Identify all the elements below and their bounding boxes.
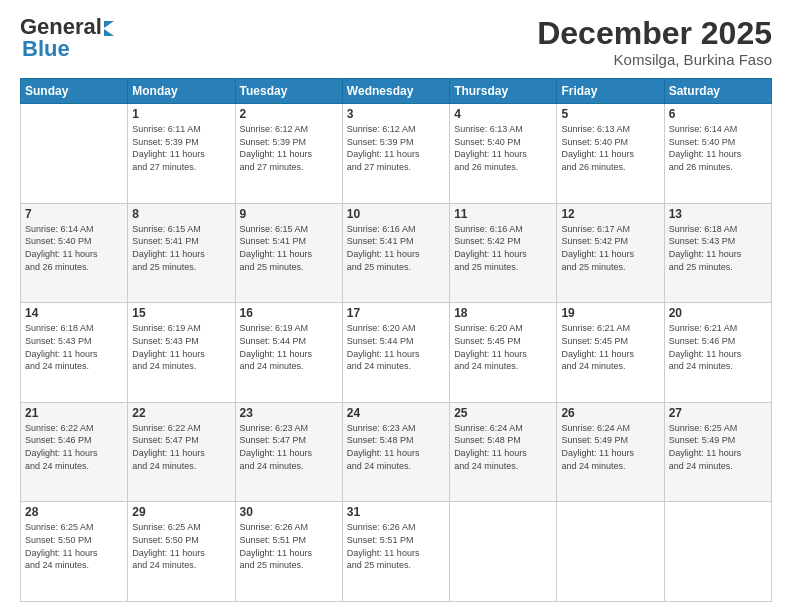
calendar-cell (21, 104, 128, 204)
calendar-week-row: 28Sunrise: 6:25 AMSunset: 5:50 PMDayligh… (21, 502, 772, 602)
logo-blue: Blue (22, 38, 70, 60)
calendar-week-row: 1Sunrise: 6:11 AMSunset: 5:39 PMDaylight… (21, 104, 772, 204)
calendar-cell: 14Sunrise: 6:18 AMSunset: 5:43 PMDayligh… (21, 303, 128, 403)
day-info: Sunrise: 6:14 AMSunset: 5:40 PMDaylight:… (669, 123, 767, 173)
day-number: 5 (561, 107, 659, 121)
page: General Blue December 2025 Komsilga, Bur… (0, 0, 792, 612)
calendar-day-header: Thursday (450, 79, 557, 104)
calendar-week-row: 7Sunrise: 6:14 AMSunset: 5:40 PMDaylight… (21, 203, 772, 303)
day-info: Sunrise: 6:22 AMSunset: 5:46 PMDaylight:… (25, 422, 123, 472)
day-number: 15 (132, 306, 230, 320)
day-number: 2 (240, 107, 338, 121)
day-info: Sunrise: 6:26 AMSunset: 5:51 PMDaylight:… (240, 521, 338, 571)
calendar-header-row: SundayMondayTuesdayWednesdayThursdayFrid… (21, 79, 772, 104)
calendar-cell: 29Sunrise: 6:25 AMSunset: 5:50 PMDayligh… (128, 502, 235, 602)
calendar-week-row: 21Sunrise: 6:22 AMSunset: 5:46 PMDayligh… (21, 402, 772, 502)
day-number: 19 (561, 306, 659, 320)
day-number: 18 (454, 306, 552, 320)
day-number: 29 (132, 505, 230, 519)
day-number: 1 (132, 107, 230, 121)
day-info: Sunrise: 6:15 AMSunset: 5:41 PMDaylight:… (132, 223, 230, 273)
day-info: Sunrise: 6:16 AMSunset: 5:41 PMDaylight:… (347, 223, 445, 273)
calendar-cell: 26Sunrise: 6:24 AMSunset: 5:49 PMDayligh… (557, 402, 664, 502)
day-info: Sunrise: 6:13 AMSunset: 5:40 PMDaylight:… (561, 123, 659, 173)
day-info: Sunrise: 6:20 AMSunset: 5:45 PMDaylight:… (454, 322, 552, 372)
calendar-cell: 13Sunrise: 6:18 AMSunset: 5:43 PMDayligh… (664, 203, 771, 303)
calendar-day-header: Friday (557, 79, 664, 104)
calendar-cell: 23Sunrise: 6:23 AMSunset: 5:47 PMDayligh… (235, 402, 342, 502)
calendar-cell: 24Sunrise: 6:23 AMSunset: 5:48 PMDayligh… (342, 402, 449, 502)
calendar-cell: 8Sunrise: 6:15 AMSunset: 5:41 PMDaylight… (128, 203, 235, 303)
calendar-cell: 3Sunrise: 6:12 AMSunset: 5:39 PMDaylight… (342, 104, 449, 204)
day-info: Sunrise: 6:20 AMSunset: 5:44 PMDaylight:… (347, 322, 445, 372)
day-info: Sunrise: 6:15 AMSunset: 5:41 PMDaylight:… (240, 223, 338, 273)
calendar-cell (450, 502, 557, 602)
day-info: Sunrise: 6:12 AMSunset: 5:39 PMDaylight:… (240, 123, 338, 173)
calendar-day-header: Sunday (21, 79, 128, 104)
calendar-cell: 22Sunrise: 6:22 AMSunset: 5:47 PMDayligh… (128, 402, 235, 502)
calendar-day-header: Monday (128, 79, 235, 104)
day-number: 10 (347, 207, 445, 221)
day-info: Sunrise: 6:22 AMSunset: 5:47 PMDaylight:… (132, 422, 230, 472)
calendar-cell: 7Sunrise: 6:14 AMSunset: 5:40 PMDaylight… (21, 203, 128, 303)
calendar-cell: 1Sunrise: 6:11 AMSunset: 5:39 PMDaylight… (128, 104, 235, 204)
calendar-cell: 20Sunrise: 6:21 AMSunset: 5:46 PMDayligh… (664, 303, 771, 403)
calendar-cell: 25Sunrise: 6:24 AMSunset: 5:48 PMDayligh… (450, 402, 557, 502)
logo-text: General (20, 16, 102, 38)
day-info: Sunrise: 6:17 AMSunset: 5:42 PMDaylight:… (561, 223, 659, 273)
calendar-cell: 30Sunrise: 6:26 AMSunset: 5:51 PMDayligh… (235, 502, 342, 602)
day-info: Sunrise: 6:24 AMSunset: 5:49 PMDaylight:… (561, 422, 659, 472)
day-number: 31 (347, 505, 445, 519)
day-number: 27 (669, 406, 767, 420)
day-number: 4 (454, 107, 552, 121)
calendar-cell: 16Sunrise: 6:19 AMSunset: 5:44 PMDayligh… (235, 303, 342, 403)
day-info: Sunrise: 6:26 AMSunset: 5:51 PMDaylight:… (347, 521, 445, 571)
day-info: Sunrise: 6:13 AMSunset: 5:40 PMDaylight:… (454, 123, 552, 173)
calendar-week-row: 14Sunrise: 6:18 AMSunset: 5:43 PMDayligh… (21, 303, 772, 403)
day-number: 3 (347, 107, 445, 121)
logo: General Blue (20, 16, 114, 60)
calendar-cell: 17Sunrise: 6:20 AMSunset: 5:44 PMDayligh… (342, 303, 449, 403)
day-number: 26 (561, 406, 659, 420)
calendar-cell: 11Sunrise: 6:16 AMSunset: 5:42 PMDayligh… (450, 203, 557, 303)
day-number: 17 (347, 306, 445, 320)
day-info: Sunrise: 6:21 AMSunset: 5:46 PMDaylight:… (669, 322, 767, 372)
calendar-cell: 2Sunrise: 6:12 AMSunset: 5:39 PMDaylight… (235, 104, 342, 204)
calendar-cell: 15Sunrise: 6:19 AMSunset: 5:43 PMDayligh… (128, 303, 235, 403)
day-number: 11 (454, 207, 552, 221)
calendar-cell: 31Sunrise: 6:26 AMSunset: 5:51 PMDayligh… (342, 502, 449, 602)
header: General Blue December 2025 Komsilga, Bur… (20, 16, 772, 68)
day-info: Sunrise: 6:12 AMSunset: 5:39 PMDaylight:… (347, 123, 445, 173)
day-number: 22 (132, 406, 230, 420)
day-number: 24 (347, 406, 445, 420)
day-number: 12 (561, 207, 659, 221)
location-subtitle: Komsilga, Burkina Faso (537, 51, 772, 68)
calendar-cell: 19Sunrise: 6:21 AMSunset: 5:45 PMDayligh… (557, 303, 664, 403)
calendar-cell: 28Sunrise: 6:25 AMSunset: 5:50 PMDayligh… (21, 502, 128, 602)
day-number: 16 (240, 306, 338, 320)
day-info: Sunrise: 6:25 AMSunset: 5:49 PMDaylight:… (669, 422, 767, 472)
calendar-day-header: Tuesday (235, 79, 342, 104)
day-info: Sunrise: 6:23 AMSunset: 5:47 PMDaylight:… (240, 422, 338, 472)
calendar-cell: 9Sunrise: 6:15 AMSunset: 5:41 PMDaylight… (235, 203, 342, 303)
day-info: Sunrise: 6:25 AMSunset: 5:50 PMDaylight:… (132, 521, 230, 571)
calendar-cell (664, 502, 771, 602)
day-info: Sunrise: 6:24 AMSunset: 5:48 PMDaylight:… (454, 422, 552, 472)
calendar-day-header: Wednesday (342, 79, 449, 104)
day-number: 14 (25, 306, 123, 320)
day-number: 21 (25, 406, 123, 420)
day-number: 28 (25, 505, 123, 519)
day-number: 8 (132, 207, 230, 221)
title-block: December 2025 Komsilga, Burkina Faso (537, 16, 772, 68)
calendar-cell: 18Sunrise: 6:20 AMSunset: 5:45 PMDayligh… (450, 303, 557, 403)
day-info: Sunrise: 6:16 AMSunset: 5:42 PMDaylight:… (454, 223, 552, 273)
calendar-table: SundayMondayTuesdayWednesdayThursdayFrid… (20, 78, 772, 602)
calendar-cell: 4Sunrise: 6:13 AMSunset: 5:40 PMDaylight… (450, 104, 557, 204)
day-number: 20 (669, 306, 767, 320)
calendar-cell: 21Sunrise: 6:22 AMSunset: 5:46 PMDayligh… (21, 402, 128, 502)
day-info: Sunrise: 6:21 AMSunset: 5:45 PMDaylight:… (561, 322, 659, 372)
day-info: Sunrise: 6:19 AMSunset: 5:44 PMDaylight:… (240, 322, 338, 372)
day-info: Sunrise: 6:11 AMSunset: 5:39 PMDaylight:… (132, 123, 230, 173)
day-number: 9 (240, 207, 338, 221)
calendar-day-header: Saturday (664, 79, 771, 104)
